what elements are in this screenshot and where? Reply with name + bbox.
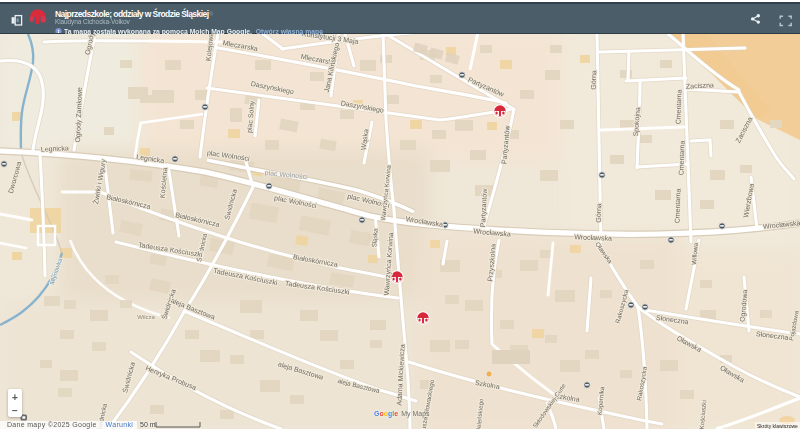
svg-text:Cmentarna: Cmentarna	[674, 89, 682, 124]
svg-text:Zaciszna: Zaciszna	[686, 81, 714, 89]
svg-text:Cmentarna: Cmentarna	[677, 140, 685, 175]
svg-text:Górna: Górna	[590, 70, 598, 90]
svg-text:Górna: Górna	[595, 203, 603, 223]
svg-text:Wrocławska: Wrocławska	[574, 233, 612, 241]
svg-text:Cmentarna: Cmentarna	[673, 188, 681, 223]
svg-text:Wilcza: Wilcza	[137, 314, 155, 320]
